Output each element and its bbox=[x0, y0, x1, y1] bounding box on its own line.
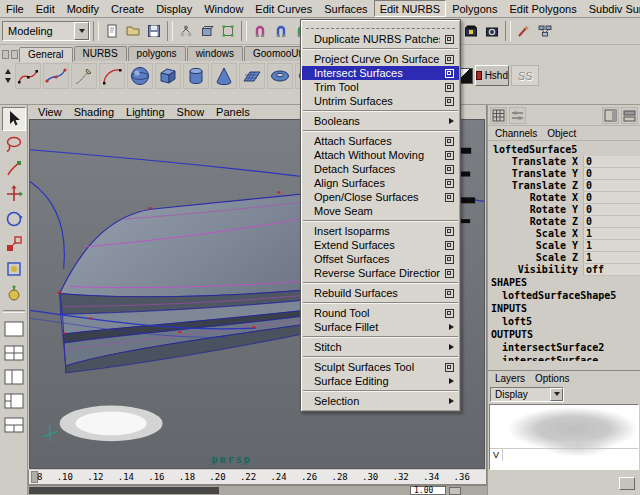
option-box-icon[interactable] bbox=[445, 35, 454, 44]
channel-value-field[interactable]: off bbox=[583, 264, 640, 276]
menu-item-untrim-surfaces[interactable]: Untrim Surfaces bbox=[302, 94, 459, 108]
select-tool[interactable] bbox=[2, 107, 26, 131]
chevron-down-icon[interactable] bbox=[74, 22, 89, 40]
snap-to-curves-icon[interactable] bbox=[271, 21, 291, 41]
range-slider[interactable]: 1.00 bbox=[28, 485, 487, 495]
shelf-tab-polygons[interactable]: polygons bbox=[128, 46, 186, 61]
layer-list[interactable]: V bbox=[489, 404, 639, 470]
option-box-icon[interactable] bbox=[445, 227, 454, 236]
panel-menu-view[interactable]: View bbox=[32, 106, 68, 118]
option-box-icon[interactable] bbox=[445, 289, 454, 298]
option-box-icon[interactable] bbox=[445, 55, 454, 64]
option-box-icon[interactable] bbox=[445, 255, 454, 264]
object-menu[interactable]: Object bbox=[543, 128, 580, 139]
paint-select-tool[interactable] bbox=[2, 157, 26, 181]
menubar-item-window[interactable]: Window bbox=[198, 0, 249, 17]
lasso-select-tool[interactable] bbox=[2, 132, 26, 156]
range-slider-track[interactable] bbox=[29, 487, 219, 494]
panel-menu-panels[interactable]: Panels bbox=[210, 106, 256, 118]
ep-curve-tool-icon[interactable] bbox=[43, 63, 69, 89]
status-group-divider[interactable] bbox=[505, 21, 511, 41]
menubar-item-edit-nurbs[interactable]: Edit NURBS bbox=[374, 0, 447, 17]
select-by-hierarchy-icon[interactable] bbox=[176, 21, 196, 41]
paint-effects-icon[interactable] bbox=[514, 21, 534, 41]
pencil-curve-tool-icon[interactable] bbox=[71, 63, 97, 89]
time-slider[interactable]: 8 .10 .12 .14 .16 .18 .20 .22 .24 .26 .2… bbox=[28, 470, 487, 485]
menu-set-selector[interactable]: Modeling bbox=[2, 21, 90, 41]
option-box-icon[interactable] bbox=[445, 269, 454, 278]
panel-menu-shading[interactable]: Shading bbox=[68, 106, 120, 118]
shelf-tab-general[interactable]: General bbox=[19, 47, 73, 62]
option-box-icon[interactable] bbox=[445, 363, 454, 372]
layout-single-pane-button[interactable] bbox=[2, 317, 26, 340]
menu-item-sculpt-surfaces-tool[interactable]: Sculpt Surfaces Tool bbox=[302, 360, 459, 374]
option-box-icon[interactable] bbox=[445, 165, 454, 174]
menu-item-attach-without-moving[interactable]: Attach Without Moving bbox=[302, 148, 459, 162]
layers-menu[interactable]: Layers bbox=[491, 373, 529, 384]
plane-primitive-icon[interactable] bbox=[239, 63, 265, 89]
chevron-down-icon[interactable] bbox=[550, 388, 563, 401]
menu-item-intersect-surfaces[interactable]: Intersect Surfaces bbox=[302, 66, 459, 80]
menu-tearoff-handle[interactable] bbox=[306, 24, 455, 29]
menubar-item-subdiv-surfaces[interactable]: Subdiv Surfaces bbox=[583, 0, 640, 17]
scale-tool[interactable] bbox=[2, 232, 26, 256]
toggle-channel-box-icon[interactable] bbox=[602, 107, 619, 124]
rotate-tool[interactable] bbox=[2, 207, 26, 231]
option-box-icon[interactable] bbox=[445, 137, 454, 146]
channel-value-field[interactable]: 0 bbox=[583, 168, 640, 180]
status-group-divider[interactable] bbox=[167, 21, 173, 41]
menubar-item-modify[interactable]: Modify bbox=[61, 0, 105, 17]
channel-value-field[interactable]: 0 bbox=[583, 192, 640, 204]
channel-value-field[interactable]: 1 bbox=[583, 252, 640, 264]
cube-primitive-icon[interactable] bbox=[155, 63, 181, 89]
cone-primitive-icon[interactable] bbox=[211, 63, 237, 89]
snap-to-grids-icon[interactable] bbox=[250, 21, 270, 41]
layer-row[interactable]: V bbox=[490, 448, 638, 461]
option-box-icon[interactable] bbox=[445, 193, 454, 202]
menu-item-insert-isoparms[interactable]: Insert Isoparms bbox=[302, 224, 459, 238]
layout-pane-outliner-button[interactable] bbox=[2, 389, 26, 412]
layout-three-pane-button[interactable] bbox=[2, 413, 26, 436]
cv-curve-tool-icon[interactable] bbox=[15, 63, 41, 89]
layout-four-pane-button[interactable] bbox=[2, 341, 26, 364]
layout-two-pane-side-button[interactable] bbox=[2, 365, 26, 388]
grid-icon[interactable] bbox=[490, 107, 507, 124]
menu-item-booleans[interactable]: Booleans bbox=[302, 114, 459, 128]
output-node-name[interactable]: intersectSurface2 bbox=[488, 341, 640, 354]
menu-item-surface-editing[interactable]: Surface Editing bbox=[302, 374, 459, 388]
option-box-icon[interactable] bbox=[445, 179, 454, 188]
option-box-icon[interactable] bbox=[445, 151, 454, 160]
move-tool[interactable] bbox=[2, 182, 26, 206]
select-by-component-icon[interactable] bbox=[218, 21, 238, 41]
shape-node-name[interactable]: loftedSurfaceShape5 bbox=[488, 289, 640, 302]
torus-primitive-icon[interactable] bbox=[267, 63, 293, 89]
menubar-item-edit-polygons[interactable]: Edit Polygons bbox=[503, 0, 582, 17]
menubar-item-display[interactable]: Display bbox=[150, 0, 198, 17]
menu-item-offset-surfaces[interactable]: Offset Surfaces bbox=[302, 252, 459, 266]
menubar-item-surfaces[interactable]: Surfaces bbox=[318, 0, 373, 17]
channel-value-field[interactable]: 0 bbox=[583, 204, 640, 216]
menubar-item-edit-curves[interactable]: Edit Curves bbox=[249, 0, 318, 17]
hypergraph-icon[interactable] bbox=[535, 21, 555, 41]
menu-item-reverse-surface-direction[interactable]: Reverse Surface Direction bbox=[302, 266, 459, 280]
new-scene-icon[interactable] bbox=[102, 21, 122, 41]
shelf-menu-icon[interactable] bbox=[1, 48, 19, 61]
menubar-item-create[interactable]: Create bbox=[105, 0, 150, 17]
range-slider-button[interactable] bbox=[449, 487, 461, 495]
arc-tool-icon[interactable] bbox=[99, 63, 125, 89]
menu-item-round-tool[interactable]: Round Tool bbox=[302, 306, 459, 320]
hypershade-button[interactable]: Hshd bbox=[475, 65, 509, 86]
channel-value-field[interactable]: 0 bbox=[583, 216, 640, 228]
menu-item-extend-surfaces[interactable]: Extend Surfaces bbox=[302, 238, 459, 252]
option-box-icon[interactable] bbox=[445, 309, 454, 318]
open-scene-icon[interactable] bbox=[123, 21, 143, 41]
menu-item-surface-fillet[interactable]: Surface Fillet bbox=[302, 320, 459, 334]
status-group-divider[interactable] bbox=[93, 21, 99, 41]
menubar-item-file[interactable]: File bbox=[0, 0, 30, 17]
layer-mode-selector[interactable]: Display bbox=[490, 387, 564, 402]
cylinder-primitive-icon[interactable] bbox=[183, 63, 209, 89]
universal-manipulator-tool[interactable] bbox=[2, 257, 26, 281]
panel-menu-show[interactable]: Show bbox=[171, 106, 211, 118]
option-box-icon[interactable] bbox=[445, 83, 454, 92]
shelf-scroll-arrows[interactable] bbox=[2, 63, 13, 89]
